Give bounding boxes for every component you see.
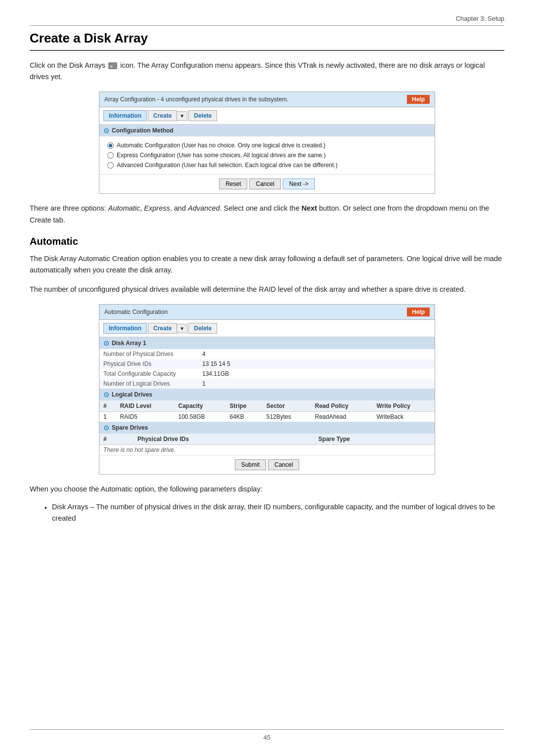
body-text-2-p1: There are three options: — [30, 204, 108, 212]
create-dropdown-1[interactable]: Create ▼ — [148, 110, 187, 121]
config-option-automatic: Automatic Configuration (User has no cho… — [107, 140, 427, 150]
col-sector: Sector — [263, 400, 311, 412]
intro-text-1: Click on the Disk Arrays — [30, 61, 105, 69]
config-options: Automatic Configuration (User has no cho… — [99, 136, 435, 174]
radio-advanced[interactable] — [107, 162, 114, 169]
body-italic-automatic: Automatic — [108, 204, 140, 212]
table-row: Number of Logical Drives 1 — [99, 379, 435, 389]
create-arrow-1[interactable]: ▼ — [177, 111, 187, 121]
spare-drives-icon: ⊙ — [103, 424, 109, 432]
array-config-panel-header: Array Configuration - 4 unconfigured phy… — [99, 92, 435, 107]
disk-array-label: Disk Array 1 — [112, 340, 146, 347]
table-row: Physical Drive IDs 13 15 14 5 — [99, 359, 435, 369]
help-button-2[interactable]: Help — [407, 308, 430, 316]
intro-paragraph: Click on the Disk Arrays icon. The Array… — [30, 60, 504, 83]
cell-write: WriteBack — [373, 412, 435, 422]
no-spare-text: There is no hot spare drive. — [99, 445, 435, 455]
automatic-section-title: Automatic — [30, 236, 504, 247]
body-bold-next: Next — [302, 204, 317, 212]
bullet-text: Disk Arrays – The number of physical dri… — [52, 501, 504, 524]
config-method-header: ⊙ Configuration Method — [99, 125, 435, 136]
toolbar-1: Information Create ▼ Delete — [99, 107, 435, 125]
logical-drives-icon: ⊙ — [103, 391, 109, 399]
table-row: Number of Physical Drives 4 — [99, 349, 435, 359]
disk-array-icon: ⊙ — [103, 339, 109, 347]
col-raid: RAID Level — [116, 400, 175, 412]
auto-config-panel: Automatic Configuration Help Information… — [99, 304, 435, 475]
table-row: Total Configurable Capacity 134.11GB — [99, 369, 435, 379]
spare-table-header-row: # Physical Drive IDs Spare Type — [99, 434, 435, 445]
radio-automatic[interactable] — [107, 142, 114, 149]
config-option-advanced: Advanced Configuration (User has full se… — [107, 160, 427, 170]
config-method-label: Configuration Method — [112, 127, 174, 134]
cell-sector: 512Bytes — [263, 412, 311, 422]
panel1-footer: Reset Cancel Next -> — [99, 174, 435, 193]
create-arrow-2[interactable]: ▼ — [177, 324, 187, 333]
auto-config-table: Number of Physical Drives 4 Physical Dri… — [99, 349, 435, 389]
delete-btn-2[interactable]: Delete — [188, 323, 217, 334]
option-express-text: Express Configuration (User has some cho… — [117, 152, 326, 159]
page-title: Create a Disk Array — [30, 31, 504, 51]
body-italic-express: Express — [144, 204, 170, 212]
logical-table-row: 1 RAID5 100.58GB 64KB 512Bytes ReadAhead… — [99, 412, 435, 422]
body-text-2-p2: . Select one and click the — [220, 204, 302, 212]
disk-arrays-icon — [108, 62, 117, 69]
chapter-header: Chapter 3: Setup — [30, 15, 504, 26]
array-config-header-text: Array Configuration - 4 unconfigured phy… — [104, 96, 288, 103]
cell-stripe: 64KB — [225, 412, 262, 422]
config-method-icon: ⊙ — [103, 127, 109, 134]
spare-col-type: Spare Type — [314, 434, 435, 445]
auto-config-panel-header: Automatic Configuration Help — [99, 305, 435, 320]
cancel-button-1[interactable]: Cancel — [249, 178, 280, 189]
create-btn-1[interactable]: Create — [148, 110, 177, 121]
next-button[interactable]: Next -> — [283, 178, 315, 189]
row-value-ids: 13 15 14 5 — [198, 359, 435, 369]
automatic-text2: The number of unconfigured physical driv… — [30, 284, 504, 295]
body-italic-advanced: Advanced — [188, 204, 220, 212]
spare-col-ids: Physical Drive IDs — [134, 434, 314, 445]
cell-raid: RAID5 — [116, 412, 175, 422]
row-label-capacity: Total Configurable Capacity — [99, 369, 198, 379]
automatic-text1: The Disk Array Automatic Creation option… — [30, 253, 504, 276]
logical-drives-header: ⊙ Logical Drives — [99, 389, 435, 400]
submit-button[interactable]: Submit — [235, 459, 266, 470]
cell-num: 1 — [99, 412, 116, 422]
spare-table-row: There is no hot spare drive. — [99, 445, 435, 455]
col-write: Write Policy — [373, 400, 435, 412]
page-number: 45 — [264, 734, 270, 741]
row-value-capacity: 134.11GB — [198, 369, 435, 379]
toolbar-2: Information Create ▼ Delete — [99, 320, 435, 337]
help-button-1[interactable]: Help — [407, 95, 430, 104]
logical-table-header-row: # RAID Level Capacity Stripe Sector Read… — [99, 400, 435, 412]
information-tab-1[interactable]: Information — [103, 110, 147, 121]
row-label-drives: Number of Physical Drives — [99, 349, 198, 359]
row-label-logical: Number of Logical Drives — [99, 379, 198, 389]
array-config-panel: Array Configuration - 4 unconfigured phy… — [99, 91, 435, 194]
bullet-item-disk-arrays: • Disk Arrays – The number of physical d… — [44, 501, 504, 524]
row-value-drives: 4 — [198, 349, 435, 359]
auto-config-header-text: Automatic Configuration — [104, 309, 168, 315]
spare-drives-table: # Physical Drive IDs Spare Type There is… — [99, 434, 435, 455]
bullet-dot: • — [44, 502, 47, 514]
information-tab-2[interactable]: Information — [103, 323, 147, 334]
cell-read: ReadAhead — [311, 412, 373, 422]
spare-col-num: # — [99, 434, 134, 445]
radio-express[interactable] — [107, 152, 114, 159]
create-dropdown-2[interactable]: Create ▼ — [148, 323, 187, 334]
col-stripe: Stripe — [225, 400, 262, 412]
logical-drives-table: # RAID Level Capacity Stripe Sector Read… — [99, 400, 435, 422]
option-automatic-text: Automatic Configuration (User has no cho… — [117, 142, 325, 149]
option-advanced-text: Advanced Configuration (User has full se… — [117, 162, 338, 169]
reset-button[interactable]: Reset — [219, 178, 247, 189]
delete-btn-1[interactable]: Delete — [188, 110, 217, 121]
panel2-footer: Submit Cancel — [99, 455, 435, 474]
cell-capacity: 100.58GB — [174, 412, 225, 422]
create-btn-2[interactable]: Create — [148, 323, 177, 334]
col-capacity: Capacity — [174, 400, 225, 412]
bottom-text: When you choose the Automatic option, th… — [30, 484, 504, 495]
row-value-logical: 1 — [198, 379, 435, 389]
col-read: Read Policy — [311, 400, 373, 412]
cancel-button-2[interactable]: Cancel — [268, 459, 299, 470]
disk-array-header: ⊙ Disk Array 1 — [99, 337, 435, 349]
spare-drives-label: Spare Drives — [112, 424, 148, 431]
